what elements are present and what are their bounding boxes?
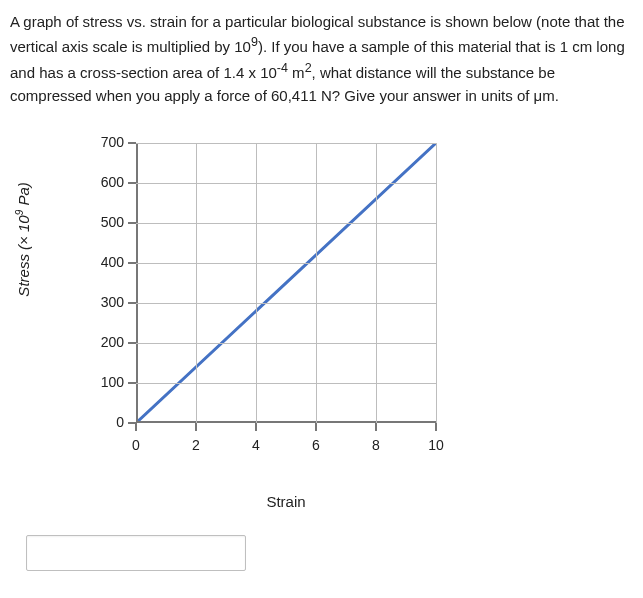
x-tick-label: 10	[428, 435, 444, 457]
y-axis-label: Stress (× 109 Pa)	[12, 182, 35, 296]
y-tick-label: 300	[84, 292, 124, 314]
gridline-h	[136, 183, 436, 184]
gridline-v	[376, 143, 377, 423]
y-tick	[128, 222, 136, 224]
gridline-h	[136, 383, 436, 384]
gridline-v	[436, 143, 437, 423]
x-tick	[195, 423, 197, 431]
x-tick-label: 8	[372, 435, 380, 457]
y-tick-label: 100	[84, 372, 124, 394]
series-line	[136, 143, 436, 423]
gridline-h	[136, 223, 436, 224]
question-body: A graph of stress vs. strain for a parti…	[10, 13, 625, 104]
y-axis-line	[136, 143, 138, 423]
x-tick-label: 0	[132, 435, 140, 457]
chart-container: Stress (× 109 Pa) 0100200300400500600700…	[30, 125, 450, 485]
y-tick	[128, 342, 136, 344]
gridline-h	[136, 143, 436, 144]
gridline-v	[256, 143, 257, 423]
answer-input[interactable]	[26, 535, 246, 571]
plot-area: 01002003004005006007000246810	[136, 143, 436, 423]
y-tick-label: 600	[84, 172, 124, 194]
x-tick-label: 6	[312, 435, 320, 457]
x-axis-label: Strain	[136, 490, 436, 513]
question-text: A graph of stress vs. strain for a parti…	[10, 10, 633, 107]
y-tick-label: 200	[84, 332, 124, 354]
gridline-v	[196, 143, 197, 423]
answer-container	[26, 535, 633, 571]
gridline-h	[136, 343, 436, 344]
gridline-v	[316, 143, 317, 423]
x-tick	[435, 423, 437, 431]
x-tick	[375, 423, 377, 431]
data-series-line	[136, 143, 436, 423]
x-tick	[315, 423, 317, 431]
x-axis-line	[136, 421, 436, 423]
gridline-h	[136, 303, 436, 304]
y-tick	[128, 382, 136, 384]
y-tick	[128, 182, 136, 184]
x-tick-label: 2	[192, 435, 200, 457]
y-tick	[128, 302, 136, 304]
y-tick-label: 400	[84, 252, 124, 274]
y-tick-label: 700	[84, 132, 124, 154]
gridline-h	[136, 263, 436, 264]
y-tick-label: 0	[84, 412, 124, 434]
x-tick	[255, 423, 257, 431]
y-tick	[128, 142, 136, 144]
x-tick-label: 4	[252, 435, 260, 457]
y-tick-label: 500	[84, 212, 124, 234]
x-tick	[135, 423, 137, 431]
y-tick	[128, 262, 136, 264]
